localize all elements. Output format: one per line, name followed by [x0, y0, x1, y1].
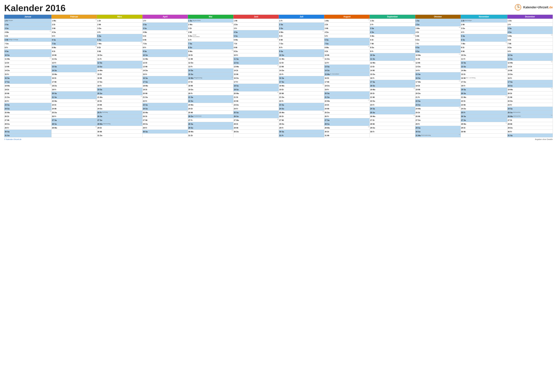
list-item: 13 Mi — [4, 65, 51, 69]
list-item: 3 Mo40 — [415, 26, 461, 30]
list-item: 20 Do — [415, 91, 461, 95]
list-item: 20 So — [97, 91, 142, 95]
list-item: 3 So — [279, 26, 324, 30]
list-item: 14 Do — [142, 69, 188, 72]
list-item: 20 Mi — [142, 91, 188, 95]
list-item: 8 Sa — [415, 46, 461, 49]
list-item: 18 So — [370, 84, 415, 88]
list-item: 16 MoPfingstmontag20 — [188, 76, 233, 80]
list-item: 1 Fr — [142, 19, 188, 23]
table-row: 25 Mo04 25 Do 25 FrKarfreitag 25 Mo17 25… — [4, 111, 553, 114]
list-item: 19 Mo51 — [507, 88, 553, 91]
list-item: 29 Fr — [279, 126, 324, 130]
list-item: 7 Di — [233, 42, 279, 46]
list-item: 26 Mi — [415, 114, 461, 118]
list-item: 4 Di — [415, 30, 461, 34]
table-row: 27 Mi 27 Sa 27 So 27 Mi 27 Fr 27 Mo26 27… — [4, 118, 553, 122]
list-item: 18 Mi — [188, 84, 233, 88]
list-item: 24 Di — [188, 107, 233, 111]
list-item: 11 Di — [415, 57, 461, 61]
list-item: 28 Mo48 — [461, 122, 507, 126]
list-item: 12 Do — [188, 61, 233, 65]
list-item: 22 Do — [507, 99, 553, 103]
list-item: 25 Do — [51, 111, 97, 114]
list-item: 1 Fr — [279, 19, 324, 23]
list-item: 9 Di — [324, 49, 370, 53]
list-item: 21 Fr — [415, 95, 461, 99]
list-item: 14 So — [51, 69, 97, 72]
list-item: 17 Mi — [324, 80, 370, 84]
list-item: 25 Mo30 — [279, 111, 324, 114]
list-item: 2 Di — [324, 23, 370, 26]
table-row: 14 Do 14 So 14 Mo11 14 Do 14 Sa 14 Di 14… — [4, 69, 553, 72]
list-item: 30 Fr — [507, 130, 553, 134]
list-item: 3 Sa — [370, 26, 415, 30]
list-item: 23 Fr — [370, 103, 415, 107]
table-row: 31 So 31 Do 31 Di 31 Fr 31 Mi 31 MoRefor… — [4, 134, 553, 137]
list-item: 23 Sa — [4, 103, 51, 107]
list-item: 1 FrNeujahr — [4, 19, 51, 23]
list-item: 22 Mo08 — [51, 99, 97, 103]
list-item: 15 So — [188, 72, 233, 76]
list-item: 23 Do — [233, 103, 279, 107]
list-item: 25 SoWeihnachten — [507, 111, 553, 114]
list-item: 20 Mo25 — [233, 91, 279, 95]
list-item: 1 Sa — [415, 19, 461, 23]
list-item: 1 Di — [97, 19, 142, 23]
list-item: 23 Fr — [507, 103, 553, 107]
list-item: 21 Mo12 — [97, 95, 142, 99]
list-item: 4 Mo14 — [142, 30, 188, 34]
list-item: 2 Sa — [142, 23, 188, 26]
list-item: 15 Di — [461, 72, 507, 76]
list-item: 13 So — [461, 65, 507, 69]
list-item: 3 Mi — [51, 26, 97, 30]
svg-point-5 — [518, 7, 518, 8]
list-item: 5 DoChristi Himmelfahrt — [188, 34, 233, 38]
list-item: 20 So — [461, 91, 507, 95]
list-item: 24 Fr — [233, 107, 279, 111]
list-item: 10 Do — [461, 53, 507, 57]
list-item: 1 Mo05 — [51, 19, 97, 23]
list-item: 2 Di — [51, 23, 97, 26]
list-item: 29 Mo09 — [51, 126, 97, 130]
list-item — [233, 134, 279, 137]
list-item: 22 Fr — [142, 99, 188, 103]
list-item: 27 So — [97, 118, 142, 122]
footer-copyright: © Kalender-Uhrzeit.de — [4, 138, 21, 140]
list-item: 19 Di — [4, 88, 51, 91]
list-item: 22 Mi — [233, 99, 279, 103]
list-item: 29 Fr — [142, 126, 188, 130]
list-item: 15 Fr — [4, 72, 51, 76]
list-item: 31 Fr — [279, 134, 324, 137]
list-item: 19 Fr — [324, 88, 370, 91]
list-item: 23 So — [415, 103, 461, 107]
table-row: 15 Fr 15 Mo07 15 Di 15 Fr 15 So 15 Mi 15… — [4, 72, 553, 76]
list-item: 9 Sa — [142, 49, 188, 53]
list-item: 17 So — [4, 80, 51, 84]
list-item: 2 Fr — [370, 23, 415, 26]
list-item: 27 Di — [370, 118, 415, 122]
list-item: 3 Mi — [324, 26, 370, 30]
list-item: 5 Di — [4, 34, 51, 38]
list-item: 4 So — [370, 30, 415, 34]
list-item: 24 Do — [461, 107, 507, 111]
list-item: 18 Mo29 — [279, 84, 324, 88]
list-item: 5 Mo49 — [507, 34, 553, 38]
list-item: 29 So — [188, 126, 233, 130]
list-item: 31 So — [4, 134, 51, 137]
list-item: 1 SoTag der Arbeit — [188, 19, 233, 23]
list-item: 24 Mi — [51, 107, 97, 111]
list-item: 16 Sa — [4, 76, 51, 80]
list-item: 16 So — [415, 76, 461, 80]
list-item: 11 So — [507, 57, 553, 61]
list-item: 7 Mi — [507, 42, 553, 46]
list-item: 4 Do — [324, 30, 370, 34]
list-item: 15 Sa — [415, 72, 461, 76]
list-item: 21 Do — [279, 95, 324, 99]
list-item: 2 Do — [233, 23, 279, 26]
logo: Kalender-Uhrzeit.de — [514, 3, 553, 11]
list-item: 28 Sa — [188, 122, 233, 126]
list-item: 12 Sa — [97, 61, 142, 65]
list-item: 12 Fr — [51, 61, 97, 65]
list-item: 6 Di — [507, 38, 553, 42]
